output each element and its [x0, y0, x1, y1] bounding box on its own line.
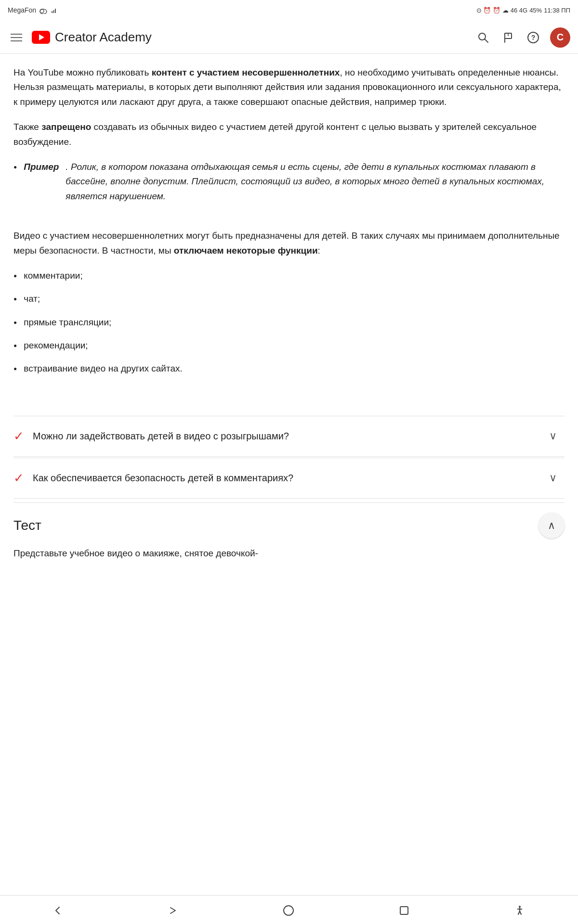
spacer-2: [13, 387, 565, 401]
help-icon: ?: [527, 31, 539, 44]
app-bar-actions: ? C: [475, 27, 570, 48]
hamburger-line-1: [11, 34, 22, 35]
svg-marker-3: [53, 10, 54, 13]
list-item: комментарии;: [13, 269, 565, 283]
main-content: На YouTube можно публиковать контент с у…: [0, 54, 578, 575]
faq-item-2: ✓ Как обеспечивается безопасность детей …: [13, 458, 565, 499]
status-icons: ⊙ ⏰ ⏰ ☁: [476, 6, 509, 15]
avatar-letter: C: [557, 32, 564, 43]
time: 11:38 ПП: [544, 6, 570, 15]
svg-marker-4: [55, 9, 56, 13]
faq-toggle-1[interactable]: ✓ Можно ли задействовать детей в видео с…: [13, 416, 565, 456]
bold-text-minors: контент с участием несовершеннолетних: [152, 67, 340, 77]
cloud-icon: [39, 7, 48, 14]
list-item: рекомендации;: [13, 338, 565, 353]
test-header: Тест ∧: [13, 513, 565, 546]
app-bar: Creator Academy ? C: [0, 21, 578, 54]
example-item: Пример. Ролик, в котором показана отдыха…: [13, 160, 565, 204]
spacer-1: [13, 214, 565, 229]
paragraph-minors-intro: На YouTube можно публиковать контент с у…: [13, 65, 565, 109]
list-item: прямые трансляции;: [13, 315, 565, 330]
help-button[interactable]: ?: [525, 29, 541, 46]
example-bold-label: Пример: [24, 160, 59, 174]
carrier-name: MegaFon: [8, 5, 36, 16]
flag-button[interactable]: [500, 29, 516, 46]
signal-icon: [51, 7, 57, 14]
youtube-icon: [32, 31, 50, 44]
paragraph-prohibited: Также запрещено создавать из обычных вид…: [13, 120, 565, 149]
svg-text:?: ?: [531, 34, 536, 41]
list-item: чат;: [13, 292, 565, 306]
list-item: встраивание видео на других сайтах.: [13, 361, 565, 376]
battery-level: 45%: [529, 6, 542, 15]
check-icon-2: ✓: [13, 471, 24, 486]
bold-text-disable: отключаем некоторые функции: [174, 245, 318, 256]
chevron-down-icon-2: ∨: [549, 472, 557, 484]
test-collapse-button[interactable]: ∧: [539, 513, 565, 539]
svg-marker-2: [52, 11, 53, 13]
menu-button[interactable]: [8, 31, 25, 44]
feature-chat: чат;: [24, 292, 40, 306]
search-icon: [477, 31, 489, 44]
spacer-3: [13, 401, 565, 416]
feature-comments: комментарии;: [24, 269, 82, 283]
example-list: Пример. Ролик, в котором показана отдыха…: [13, 160, 565, 204]
faq-item-1: ✓ Можно ли задействовать детей в видео с…: [13, 416, 565, 457]
test-title: Тест: [13, 515, 41, 536]
flag-icon: [502, 31, 514, 44]
check-icon-1: ✓: [13, 429, 24, 444]
chevron-up-icon: ∧: [548, 519, 555, 532]
feature-embed: встраивание видео на других сайтах.: [24, 361, 183, 376]
bold-text-forbidden: запрещено: [41, 122, 91, 132]
bottom-spacer: [0, 575, 578, 608]
signal-strength: 46 4G: [511, 6, 527, 15]
status-carrier: MegaFon: [8, 5, 57, 16]
hamburger-line-2: [11, 37, 22, 38]
paragraph-safety-measures: Видео с участием несовершеннолетних могу…: [13, 229, 565, 258]
svg-line-8: [485, 39, 488, 42]
status-bar: MegaFon ⊙ ⏰ ⏰ ☁ 46 4G 45% 11:38 ПП: [0, 0, 578, 21]
avatar-button[interactable]: C: [550, 27, 570, 48]
feature-recommendations: рекомендации;: [24, 338, 88, 353]
feature-livestream: прямые трансляции;: [24, 315, 111, 330]
app-logo: Creator Academy: [32, 27, 475, 47]
features-list: комментарии; чат; прямые трансляции; рек…: [13, 269, 565, 376]
test-section: Тест ∧ Представьте учебное видео о макия…: [13, 502, 565, 565]
app-title: Creator Academy: [55, 27, 152, 47]
faq-title-2: Как обеспечивается безопасность детей в …: [33, 471, 543, 485]
chevron-down-icon-1: ∨: [549, 430, 557, 442]
test-question-text: Представьте учебное видео о макияже, сня…: [13, 546, 565, 565]
faq-title-1: Можно ли задействовать детей в видео с р…: [33, 429, 543, 443]
hamburger-line-3: [11, 40, 22, 41]
search-button[interactable]: [475, 29, 491, 46]
faq-toggle-2[interactable]: ✓ Как обеспечивается безопасность детей …: [13, 458, 565, 498]
status-indicators: ⊙ ⏰ ⏰ ☁ 46 4G 45% 11:38 ПП: [476, 6, 570, 15]
